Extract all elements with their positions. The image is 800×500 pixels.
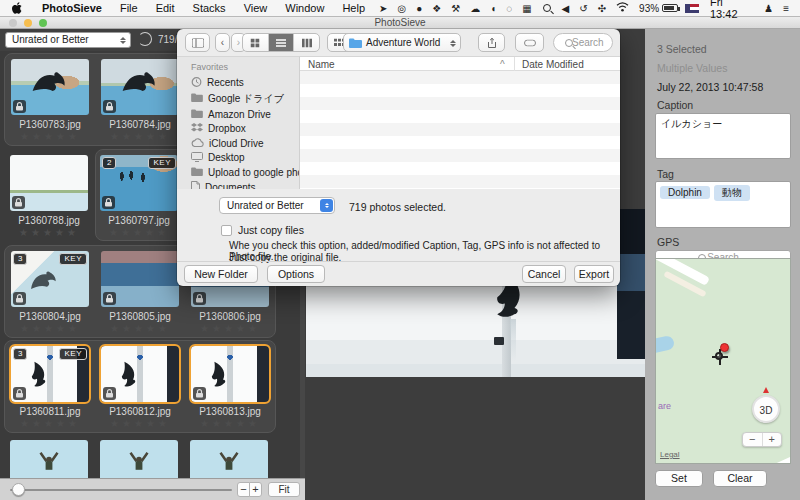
favorites-item-google-[interactable]: Google ドライブ xyxy=(177,90,299,107)
volume-icon[interactable]: ◀ xyxy=(557,3,575,14)
thumbnail-cell[interactable]: P1360813.jpg★★★★★ xyxy=(191,346,277,429)
favorites-item-amazon-drive[interactable]: Amazon Drive xyxy=(177,107,299,121)
column-date-modified[interactable]: Date Modified xyxy=(522,59,584,70)
sync-circle-icon[interactable]: ◎ xyxy=(392,3,411,14)
thumbnail-cell[interactable]: P1360805.jpg★★★★★ xyxy=(101,251,187,334)
caption-textarea[interactable]: イルカショー xyxy=(655,113,791,159)
thumbnail-cell[interactable] xyxy=(100,440,186,478)
export-rating-filter-dropdown[interactable]: Unrated or Better xyxy=(219,197,335,214)
favorites-item-upload-to-google-photo[interactable]: Upload to google photo xyxy=(177,165,299,179)
location-arrow-icon[interactable]: ➤ xyxy=(374,3,392,14)
menu-item-stacks[interactable]: Stacks xyxy=(184,2,235,14)
thumbnail-star-rating[interactable]: ★★★★★ xyxy=(11,418,89,429)
just-copy-files-checkbox[interactable] xyxy=(221,225,232,236)
refresh-icon[interactable] xyxy=(138,32,152,46)
column-view-button[interactable] xyxy=(294,34,319,51)
thumbnail-star-rating[interactable]: ★★★★★ xyxy=(11,131,89,142)
thumbnail-photo[interactable] xyxy=(191,346,269,402)
folder-path-dropdown[interactable]: Adventure World xyxy=(343,33,461,52)
spotlight-icon[interactable] xyxy=(543,4,551,12)
gps-map[interactable]: are Legal 3D − + xyxy=(655,258,791,464)
new-folder-button[interactable]: New Folder xyxy=(184,265,258,283)
cloud-icon[interactable]: ☁ xyxy=(465,3,485,14)
window-titlebar[interactable]: PhotoSieve xyxy=(0,17,800,29)
column-name[interactable]: Name xyxy=(308,59,335,70)
thumbnail-cell[interactable]: P1360784.jpg★★★★★ xyxy=(101,59,187,142)
map-zoom-out-button[interactable]: − xyxy=(743,433,763,446)
thumbnail-photo[interactable] xyxy=(100,440,178,478)
map-pin-icon[interactable] xyxy=(720,343,729,352)
map-zoom-in-button[interactable]: + xyxy=(763,433,782,446)
thumbnail-cell[interactable]: 3KEYP1360804.jpg★★★★★ xyxy=(11,251,97,334)
map-3d-button[interactable]: 3D xyxy=(752,395,780,423)
fan-icon[interactable]: ✣ xyxy=(593,3,611,14)
dropbox-icon[interactable]: ❖ xyxy=(427,3,446,14)
thumbnail-photo[interactable] xyxy=(101,251,179,307)
menu-item-help[interactable]: Help xyxy=(333,2,374,14)
options-button[interactable]: Options xyxy=(267,265,325,283)
gps-clear-button[interactable]: Clear xyxy=(713,470,767,487)
thumbnail-photo[interactable]: 3KEY xyxy=(11,251,89,307)
thumbnail-photo[interactable] xyxy=(190,440,268,478)
thumbnail-star-rating[interactable]: ★★★★★ xyxy=(101,418,179,429)
notification-center-icon[interactable]: ≡ xyxy=(778,3,794,14)
zoom-slider-track[interactable] xyxy=(10,489,232,491)
gps-set-button[interactable]: Set xyxy=(655,470,703,487)
thumbnail-star-rating[interactable]: ★★★★★ xyxy=(11,323,89,334)
fit-button[interactable]: Fit xyxy=(268,482,300,497)
favorites-item-desktop[interactable]: Desktop xyxy=(177,150,299,165)
thumbnail-star-rating[interactable]: ★★★★★ xyxy=(191,323,269,334)
menu-item-window[interactable]: Window xyxy=(276,2,333,14)
tag-button[interactable] xyxy=(515,33,544,52)
favorites-item-icloud-drive[interactable]: iCloud Drive xyxy=(177,136,299,150)
wifi-icon[interactable] xyxy=(616,2,629,14)
tag-chip[interactable]: 動物 xyxy=(714,185,750,201)
share-button[interactable] xyxy=(478,33,505,52)
sidebar-toggle-button[interactable] xyxy=(185,33,210,52)
thumbnail-photo[interactable] xyxy=(101,346,179,402)
disabled-app-icon[interactable]: ◌ xyxy=(501,3,517,14)
thumbnail-cell[interactable]: P1360812.jpg★★★★★ xyxy=(101,346,187,429)
evernote-icon[interactable]: ◖ xyxy=(485,3,501,14)
keyboard-icon[interactable]: ▦ xyxy=(517,3,536,14)
zoom-in-button[interactable]: + xyxy=(249,482,262,497)
input-language-flag-icon[interactable] xyxy=(685,4,699,13)
thumbnail-cell[interactable]: 2KEYP1360797.jpg★★★★★ xyxy=(100,155,186,238)
favorites-item-recents[interactable]: Recents xyxy=(177,75,299,90)
thumbnail-star-rating[interactable]: ★★★★★ xyxy=(10,227,88,238)
menu-item-view[interactable]: View xyxy=(235,2,277,14)
icon-view-button[interactable] xyxy=(243,34,269,51)
favorites-item-dropbox[interactable]: Dropbox xyxy=(177,121,299,136)
user-icon[interactable]: ♟ xyxy=(759,3,778,14)
thumbnail-photo[interactable] xyxy=(10,440,88,478)
export-button[interactable]: Export xyxy=(574,265,614,283)
rating-filter-dropdown[interactable]: Unrated or Better xyxy=(5,32,131,48)
thumbnail-star-rating[interactable]: ★★★★★ xyxy=(101,131,179,142)
menu-clock[interactable]: Fri 13:42 xyxy=(704,0,759,20)
thumbnail-photo[interactable]: 3KEY xyxy=(11,346,89,402)
zoom-slider-knob[interactable] xyxy=(12,483,25,496)
dialog-search-field[interactable]: Search xyxy=(553,33,613,52)
cancel-button[interactable]: Cancel xyxy=(522,265,566,283)
thumbnail-cell[interactable]: P1360783.jpg★★★★★ xyxy=(11,59,97,142)
menu-item-file[interactable]: File xyxy=(111,2,147,14)
apple-menu-icon[interactable] xyxy=(12,2,23,14)
map-zoom-controls[interactable]: − + xyxy=(742,432,782,447)
thumbnail-photo[interactable] xyxy=(11,59,89,115)
thumbnail-photo[interactable]: 2KEY xyxy=(100,155,178,211)
menu-item-photosieve[interactable]: PhotoSieve xyxy=(33,2,111,14)
thumbnail-cell[interactable]: P1360788.jpg★★★★★ xyxy=(10,155,96,238)
map-legal-link[interactable]: Legal xyxy=(660,450,680,459)
tools-icon[interactable]: ⚒ xyxy=(446,3,465,14)
thumbnail-cell[interactable] xyxy=(190,440,276,478)
thumbnail-star-rating[interactable]: ★★★★★ xyxy=(191,418,269,429)
back-button[interactable]: ‹ xyxy=(215,33,230,52)
favorites-item-documents[interactable]: Documents xyxy=(177,179,299,189)
record-dot-icon[interactable]: ● xyxy=(411,3,427,14)
thumbnail-photo[interactable] xyxy=(101,59,179,115)
thumbnail-star-rating[interactable]: ★★★★★ xyxy=(100,227,178,238)
menu-item-edit[interactable]: Edit xyxy=(147,2,184,14)
thumbnail-cell[interactable] xyxy=(10,440,96,478)
time-machine-icon[interactable]: ↺ xyxy=(574,3,592,14)
tag-chip[interactable]: Dolphin xyxy=(660,186,710,199)
